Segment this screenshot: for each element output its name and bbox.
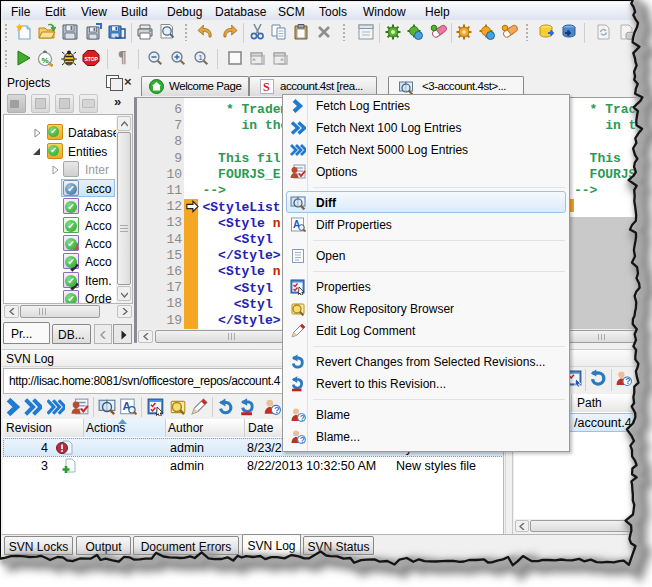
svg-text:%: % [42,56,49,65]
svg-text:S: S [263,80,270,94]
svg-text:1: 1 [198,53,203,62]
svg-text:?: ? [300,413,305,423]
svg-text:STOP: STOP [84,56,98,62]
svg-text:?: ? [274,404,280,415]
svg-text:?: ? [625,376,631,386]
svg-text:?: ? [300,435,305,445]
